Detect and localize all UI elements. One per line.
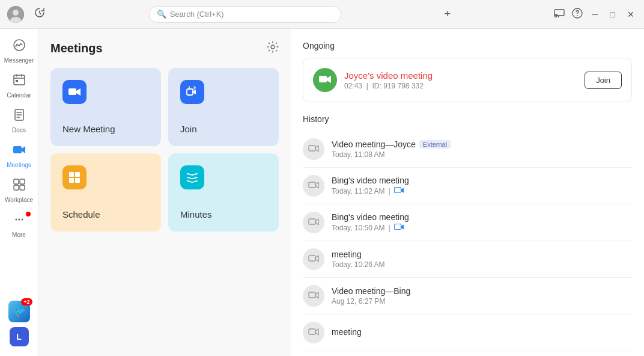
history-time: Today, 11:08 AM: [332, 150, 632, 159]
history-info: Video meeting—Bing Aug 12, 6:27 PM: [332, 286, 632, 305]
sidebar-item-more[interactable]: More: [0, 208, 38, 243]
lark-app-icon[interactable]: 🐦 +2: [8, 301, 30, 322]
minimize-button[interactable]: ─: [590, 10, 601, 19]
search-bar[interactable]: 🔍 Search (Ctrl+K): [149, 6, 341, 23]
sidebar: Messenger Calendar Docs: [0, 29, 38, 356]
video-icon: [303, 138, 324, 160]
ongoing-meta: 02:43 | ID: 919 798 332: [344, 82, 577, 90]
svg-point-1: [13, 10, 19, 16]
meetings-icon: [13, 143, 26, 160]
history-time: Today, 10:26 AM: [332, 260, 632, 269]
cast-icon[interactable]: [554, 9, 565, 20]
svg-point-19: [271, 45, 275, 49]
join-ongoing-button[interactable]: Join: [585, 72, 622, 89]
svg-rect-25: [69, 178, 74, 183]
meetings-label: Meetings: [7, 162, 31, 168]
history-section-title: History: [303, 114, 632, 124]
ongoing-meeting-name: Joyce's video meeting: [344, 70, 577, 81]
ongoing-avatar: [313, 68, 337, 92]
sidebar-bottom: 🐦 +2 L: [8, 301, 30, 351]
history-info: Bing's video meeting Today, 11:02 AM |: [332, 176, 632, 196]
ongoing-section-title: Ongoing: [303, 41, 632, 51]
history-icon[interactable]: [34, 7, 46, 22]
calendar-label: Calendar: [7, 92, 31, 99]
minutes-card[interactable]: Minutes: [168, 153, 279, 232]
svg-rect-33: [309, 256, 315, 261]
video-icon: [303, 285, 324, 307]
history-info: meeting: [332, 327, 632, 338]
sidebar-item-meetings[interactable]: Meetings: [0, 138, 38, 173]
history-item[interactable]: Bing's video meeting Today, 10:50 AM |: [303, 204, 632, 241]
meeting-cards-grid: New Meeting Join: [50, 68, 279, 232]
svg-rect-8: [14, 75, 25, 85]
history-meeting-name: Bing's video meeting: [332, 176, 632, 185]
help-icon[interactable]: [572, 8, 583, 21]
new-meeting-card[interactable]: New Meeting: [50, 68, 161, 146]
history-meeting-name: Bing's video meeting: [332, 212, 632, 222]
new-meeting-label: New Meeting: [62, 124, 115, 134]
sidebar-item-calendar[interactable]: Calendar: [0, 69, 38, 103]
svg-point-17: [18, 219, 20, 221]
close-button[interactable]: ✕: [625, 10, 637, 19]
window-controls: ─ □ ✕: [554, 8, 637, 21]
svg-point-6: [577, 14, 578, 16]
titlebar: 🔍 Search (Ctrl+K) + ─ □ ✕: [0, 0, 644, 29]
svg-rect-29: [309, 182, 315, 188]
svg-rect-26: [75, 178, 80, 183]
history-item[interactable]: meeting Today, 10:26 AM: [303, 241, 632, 278]
history-item[interactable]: Video meeting—Bing Aug 12, 6:27 PM: [303, 278, 632, 315]
history-item[interactable]: Video meeting—Joyce External Today, 11:0…: [303, 131, 632, 168]
sidebar-item-messenger[interactable]: Messenger: [0, 34, 38, 69]
schedule-card[interactable]: Schedule: [50, 153, 161, 232]
bird-icon: 🐦: [13, 305, 26, 318]
maximize-button[interactable]: □: [608, 10, 618, 19]
sidebar-item-docs[interactable]: Docs: [0, 103, 38, 138]
workplace-label: Workplace: [5, 197, 33, 203]
user-avatar[interactable]: [7, 6, 24, 23]
svg-rect-24: [75, 172, 80, 177]
svg-rect-34: [309, 292, 315, 298]
svg-rect-9: [16, 80, 18, 82]
video-icon: [303, 175, 324, 197]
docs-icon: [13, 108, 26, 125]
ongoing-info: Joyce's video meeting 02:43 | ID: 919 79…: [344, 70, 577, 90]
svg-rect-12: [14, 179, 19, 184]
history-meeting-name: Video meeting—Bing: [332, 286, 632, 296]
svg-point-4: [554, 16, 555, 17]
sidebar-item-workplace[interactable]: Workplace: [0, 173, 38, 208]
history-info: meeting Today, 10:26 AM: [332, 250, 632, 269]
recording-icon: [394, 223, 404, 233]
search-text: Search (Ctrl+K): [170, 10, 224, 19]
history-info: Bing's video meeting Today, 10:50 AM |: [332, 212, 632, 233]
join-meeting-card[interactable]: Join: [168, 68, 279, 146]
more-icon: [13, 213, 26, 230]
main-area: Messenger Calendar Docs: [0, 29, 644, 356]
user-profile-button[interactable]: L: [10, 327, 29, 346]
history-time: Today, 11:02 AM |: [332, 186, 632, 196]
messenger-label: Messenger: [4, 57, 34, 64]
svg-point-16: [15, 219, 17, 221]
more-notification-dot: [26, 212, 31, 216]
new-meeting-icon: [62, 80, 87, 104]
history-time: Aug 12, 6:27 PM: [332, 297, 632, 305]
settings-icon[interactable]: [267, 41, 279, 56]
history-info: Video meeting—Joyce External Today, 11:0…: [332, 140, 632, 159]
ongoing-meeting-card: Joyce's video meeting 02:43 | ID: 919 79…: [303, 58, 632, 102]
bird-badge: +2: [21, 298, 32, 305]
history-item[interactable]: meeting: [303, 315, 632, 351]
external-badge: External: [419, 140, 451, 149]
more-label: More: [12, 232, 26, 238]
join-label: Join: [180, 124, 197, 134]
history-time: Today, 10:50 AM |: [332, 223, 632, 233]
svg-rect-35: [309, 329, 315, 334]
new-tab-button[interactable]: +: [444, 8, 451, 20]
schedule-icon: [62, 165, 87, 189]
calendar-icon: [13, 73, 26, 90]
history-item[interactable]: Bing's video meeting Today, 11:02 AM |: [303, 168, 632, 204]
messenger-icon: [13, 38, 26, 55]
svg-point-18: [21, 219, 23, 221]
svg-rect-27: [319, 76, 327, 82]
minutes-icon: [180, 165, 204, 189]
ongoing-time: 02:43: [344, 82, 362, 90]
svg-rect-15: [20, 185, 25, 190]
